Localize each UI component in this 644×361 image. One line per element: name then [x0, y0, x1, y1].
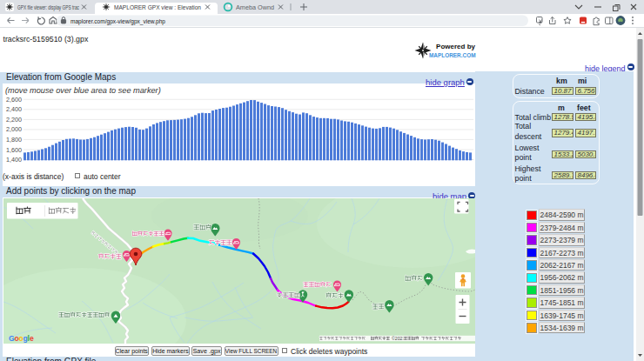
svg-text:1,800: 1,800	[6, 136, 22, 144]
svg-text:2,600: 2,600	[6, 96, 22, 104]
svg-text:1,600: 1,600	[6, 146, 22, 154]
svg-text:©2023: ©2023	[392, 336, 405, 341]
svg-text:2,000: 2,000	[6, 125, 22, 133]
svg-text:1,400: 1,400	[6, 156, 22, 164]
svg-text:e: e	[30, 334, 34, 343]
svg-text:2,200: 2,200	[6, 116, 22, 124]
svg-text:2,400: 2,400	[6, 105, 22, 113]
